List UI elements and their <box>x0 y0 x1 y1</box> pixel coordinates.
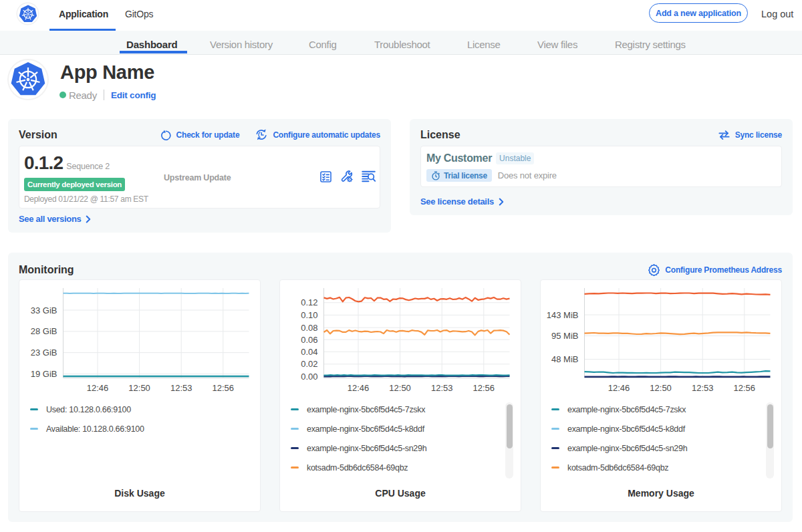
svg-text:12:53: 12:53 <box>170 383 192 393</box>
svg-text:95 MiB: 95 MiB <box>551 331 578 341</box>
svg-text:12:50: 12:50 <box>389 383 411 393</box>
svg-text:28 GiB: 28 GiB <box>31 326 57 336</box>
svg-text:0.02: 0.02 <box>301 359 317 369</box>
svg-text:0.04: 0.04 <box>301 347 317 357</box>
svg-text:0.12: 0.12 <box>301 297 317 307</box>
svg-text:0.10: 0.10 <box>301 310 317 320</box>
svg-text:12:50: 12:50 <box>128 383 150 393</box>
svg-text:0.00: 0.00 <box>301 372 317 382</box>
svg-text:12:46: 12:46 <box>608 383 630 393</box>
svg-text:0.08: 0.08 <box>301 323 317 333</box>
svg-text:19 GiB: 19 GiB <box>31 369 57 379</box>
svg-text:12:56: 12:56 <box>473 383 495 393</box>
svg-text:12:56: 12:56 <box>213 383 235 393</box>
svg-text:12:56: 12:56 <box>734 383 756 393</box>
svg-text:23 GiB: 23 GiB <box>31 348 57 358</box>
svg-text:12:50: 12:50 <box>650 383 672 393</box>
svg-text:12:46: 12:46 <box>87 383 109 393</box>
svg-text:0.06: 0.06 <box>301 335 317 345</box>
svg-text:143 MiB: 143 MiB <box>547 310 579 320</box>
svg-text:12:53: 12:53 <box>692 383 714 393</box>
svg-text:12:46: 12:46 <box>348 383 370 393</box>
svg-text:48 MiB: 48 MiB <box>551 354 578 364</box>
svg-text:12:53: 12:53 <box>431 383 453 393</box>
svg-text:33 GiB: 33 GiB <box>31 305 57 315</box>
